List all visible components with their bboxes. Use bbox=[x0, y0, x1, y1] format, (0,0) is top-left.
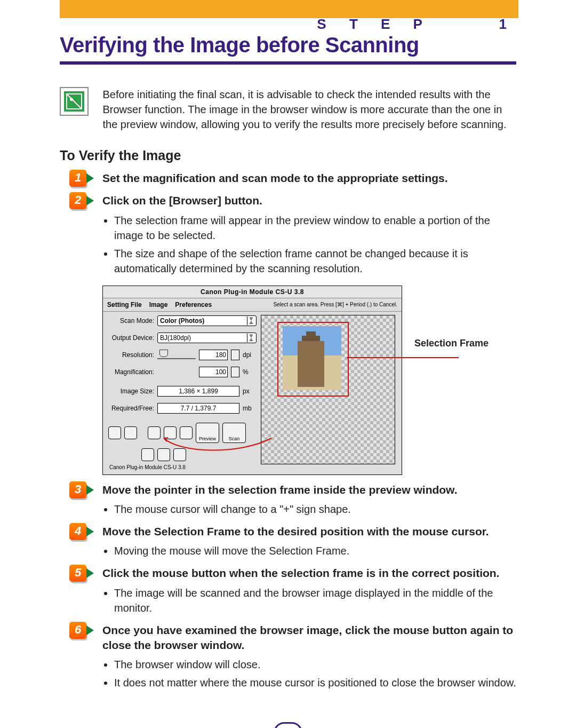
required-free-unit: mb bbox=[243, 405, 257, 412]
page-number: 23 bbox=[274, 722, 302, 728]
resolution-stepper[interactable] bbox=[231, 350, 239, 360]
menu-preferences[interactable]: Preferences bbox=[175, 301, 212, 308]
zoom-in-icon[interactable] bbox=[108, 426, 121, 439]
step-title: Click the mouse button when the selectio… bbox=[102, 566, 516, 581]
step-number: 3 bbox=[69, 481, 86, 498]
menu-setting-file[interactable]: Setting File bbox=[107, 301, 142, 308]
mirror-icon[interactable] bbox=[180, 426, 193, 439]
magnification-unit: % bbox=[243, 368, 257, 376]
rotate-left-icon[interactable] bbox=[148, 426, 161, 439]
step-title: Click on the [Browser] button. bbox=[102, 193, 516, 208]
resolution-field[interactable]: 180 bbox=[199, 350, 228, 360]
output-device-label: Output Device: bbox=[106, 334, 154, 342]
top-accent-bar bbox=[60, 0, 518, 18]
required-free-label: Required/Free: bbox=[106, 405, 154, 412]
step-number: 1 bbox=[69, 170, 86, 187]
step-bullet: The mouse cursor will change to a "+" si… bbox=[114, 502, 516, 517]
resolution-label: Resolution: bbox=[106, 351, 154, 359]
step-bullet: The browser window will close. bbox=[114, 657, 516, 672]
scan-mode-label: Scan Mode: bbox=[106, 317, 154, 325]
zoom-out-icon[interactable] bbox=[124, 426, 137, 439]
step-number: 5 bbox=[69, 565, 86, 582]
step-number: 6 bbox=[69, 622, 86, 639]
step-title: Move the Selection Frame to the desired … bbox=[102, 524, 516, 539]
image-size-unit: px bbox=[243, 387, 257, 395]
scan-mode-dropdown[interactable]: Color (Photos) bbox=[157, 315, 257, 326]
preview-area[interactable] bbox=[261, 315, 395, 464]
intro-paragraph: Before initiating the final scan, it is … bbox=[102, 87, 513, 132]
step-title: Once you have examined the browser image… bbox=[102, 623, 516, 653]
histogram-icon[interactable] bbox=[157, 448, 170, 461]
selection-frame[interactable] bbox=[277, 322, 349, 397]
menu-image[interactable]: Image bbox=[149, 301, 168, 308]
step-bullet: The selection frame will appear in the p… bbox=[114, 213, 516, 243]
step-number: 2 bbox=[69, 192, 86, 209]
tool-row-1: Preview Scan bbox=[106, 420, 257, 445]
selection-frame-callout: Selection Frame bbox=[414, 338, 489, 349]
step-title: Move the pointer in the selection frame … bbox=[102, 482, 516, 497]
browser-button-icon[interactable] bbox=[173, 448, 186, 461]
step-title: Set the magnification and scan mode to t… bbox=[102, 171, 516, 186]
output-device-dropdown[interactable]: BJ(180dpi) bbox=[157, 333, 257, 343]
tool-row-2 bbox=[106, 448, 257, 463]
section-heading: To Verify the Image bbox=[60, 148, 576, 163]
status-line: Canon Plug-in Module CS-U 3.8 bbox=[106, 463, 257, 471]
resolution-unit: dpi bbox=[243, 351, 257, 359]
magnification-label: Magnification: bbox=[106, 368, 154, 376]
menu-bar: Setting File Image Preferences Select a … bbox=[103, 298, 402, 312]
step-number: 4 bbox=[69, 523, 86, 540]
magnification-stepper[interactable] bbox=[231, 367, 239, 377]
preview-button[interactable]: Preview bbox=[196, 423, 219, 443]
image-size-label: Image Size: bbox=[106, 387, 154, 395]
scan-button[interactable]: Scan bbox=[222, 423, 246, 443]
image-size-value: 1,386 × 1,899 bbox=[157, 386, 239, 397]
resolution-slider[interactable] bbox=[157, 351, 196, 359]
step-label: S T E P 1 bbox=[317, 16, 516, 33]
step-bullet: It does not matter where the mouse curso… bbox=[114, 675, 516, 690]
color-icon[interactable] bbox=[141, 448, 154, 461]
hint-text: Select a scan area. Press [⌘] + Period (… bbox=[273, 302, 397, 307]
callout-leader-line bbox=[347, 357, 459, 358]
magnification-field[interactable]: 100 bbox=[199, 367, 228, 377]
step-bullet: The image will be scanned and the browse… bbox=[114, 585, 516, 615]
page-title: Verifying the Image before Scanning bbox=[60, 33, 576, 57]
required-free-value: 7.7 / 1,379.7 bbox=[157, 403, 239, 414]
step-bullet: The size and shape of the selection fram… bbox=[114, 246, 516, 276]
rotate-right-icon[interactable] bbox=[164, 426, 177, 439]
title-underline bbox=[60, 61, 516, 65]
step-bullet: Moving the mouse will move the Selection… bbox=[114, 543, 516, 558]
browser-icon bbox=[60, 87, 89, 116]
page-footer: 23 bbox=[60, 722, 516, 728]
plugin-window: Canon Plug-in Module CS-U 3.8 Setting Fi… bbox=[102, 286, 402, 475]
window-titlebar: Canon Plug-in Module CS-U 3.8 bbox=[103, 286, 402, 298]
